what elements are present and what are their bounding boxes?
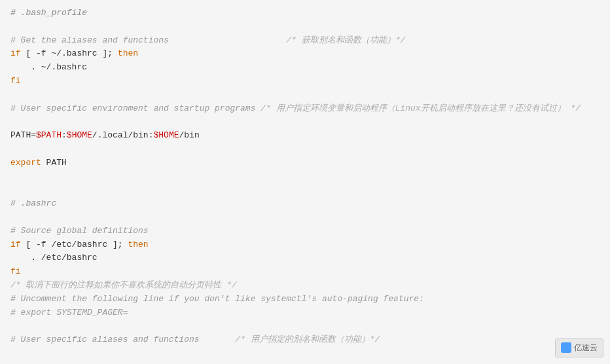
- code-text: # User specific environment and startup …: [10, 103, 260, 113]
- code-text: /* 用户指定的别名和函数（功能）*/: [200, 335, 380, 344]
- code-text: # export SYSTEMD_PAGER=: [10, 308, 128, 318]
- code-line: [10, 20, 600, 34]
- code-text: then: [118, 48, 138, 58]
- code-text: export: [10, 158, 41, 168]
- code-text: [ -f ~/.bashrc ];: [21, 48, 118, 58]
- code-text: # Uncomment the following line if you do…: [10, 294, 424, 304]
- code-text: . /etc/bashrc: [10, 253, 98, 263]
- code-line: [10, 319, 600, 333]
- code-line: fi: [10, 75, 600, 88]
- code-line: if [ -f /etc/bashrc ]; then: [10, 238, 600, 252]
- code-text: fi: [10, 76, 21, 86]
- code-text: $HOME: [67, 130, 92, 140]
- code-text: # .bash_profile: [10, 8, 87, 18]
- code-text: fi: [10, 266, 21, 276]
- code-line: # User specific environment and startup …: [10, 102, 600, 116]
- code-text: # Source global definitions: [10, 226, 149, 236]
- code-line: # .bashrc: [10, 197, 600, 211]
- code-text: $PATH: [36, 130, 62, 140]
- code-text: if: [10, 240, 21, 249]
- code-line: export PATH: [10, 156, 600, 170]
- code-text: [ -f /etc/bashrc ];: [21, 240, 128, 249]
- code-text: $HOME: [153, 130, 179, 140]
- code-line: . ~/.bashrc: [10, 61, 600, 75]
- watermark-text: 亿速云: [574, 342, 598, 354]
- code-line: # .bash_profile: [10, 7, 600, 20]
- watermark: 亿速云: [555, 338, 603, 357]
- code-text: if: [10, 48, 21, 58]
- code-text: /.local/bin:: [92, 130, 154, 140]
- code-line: PATH=$PATH:$HOME/.local/bin:$HOME/bin: [10, 129, 600, 143]
- code-line: # Get the aliases and functions /* 获取别名和…: [10, 34, 600, 48]
- code-text: # .bashrc: [10, 198, 56, 208]
- code-container: # .bash_profile # Get the aliases and fu…: [0, 0, 610, 364]
- code-line: [10, 211, 600, 225]
- code-text: PATH=: [10, 130, 36, 140]
- code-text: /* 用户指定环境变量和启动程序（Linux开机启动程序放在这里？还没有试过） …: [260, 103, 581, 113]
- code-line: [10, 115, 600, 129]
- watermark-icon: [561, 342, 571, 353]
- code-line: . /etc/bashrc: [10, 251, 600, 265]
- code-line: # Uncomment the following line if you do…: [10, 293, 600, 306]
- code-text: # Get the aliases and functions: [10, 35, 169, 45]
- code-line: # export SYSTEMD_PAGER=: [10, 306, 600, 320]
- code-line: [10, 143, 600, 156]
- code-line: # User specific aliases and functions /*…: [10, 333, 600, 347]
- code-text: PATH: [41, 158, 67, 168]
- code-text: # User specific aliases and functions: [10, 335, 200, 344]
- code-text: then: [128, 240, 148, 249]
- code-line: # Source global definitions: [10, 225, 600, 238]
- code-line: fi: [10, 265, 600, 279]
- code-text: /* 获取别名和函数（功能）*/: [169, 35, 405, 45]
- code-text: . ~/.bashrc: [10, 62, 87, 72]
- code-line: if [ -f ~/.bashrc ]; then: [10, 47, 600, 61]
- code-text: :: [62, 130, 67, 140]
- code-line: [10, 183, 600, 197]
- code-text: /bin: [179, 130, 200, 140]
- code-line: [10, 170, 600, 184]
- code-text: /* 取消下面行的注释如果你不喜欢系统的自动分页特性 */: [10, 280, 237, 290]
- code-line: [10, 88, 600, 102]
- code-line: /* 取消下面行的注释如果你不喜欢系统的自动分页特性 */: [10, 279, 600, 293]
- code-block: # .bash_profile # Get the aliases and fu…: [10, 7, 600, 347]
